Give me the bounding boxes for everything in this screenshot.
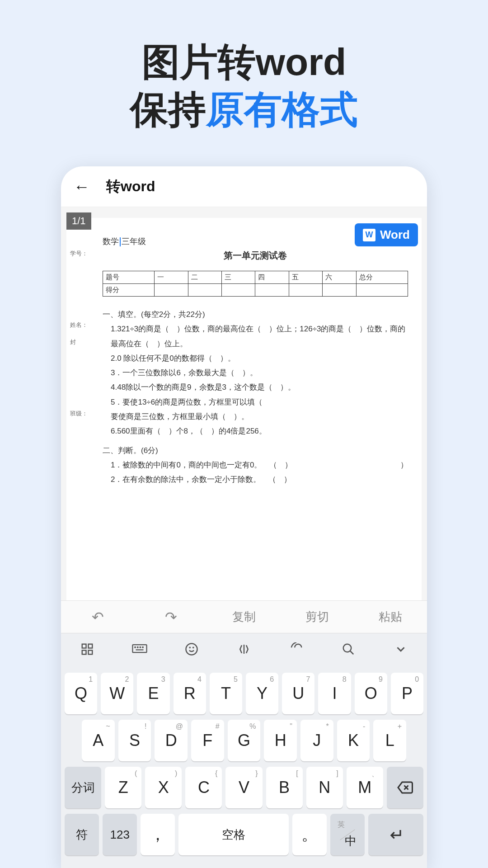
- segment-key[interactable]: 分词: [65, 767, 101, 808]
- cut-button[interactable]: 剪切: [281, 609, 354, 625]
- svg-point-12: [193, 647, 193, 648]
- language-toggle-key[interactable]: 英 中: [330, 814, 365, 855]
- svg-point-5: [135, 647, 136, 648]
- symbols-key[interactable]: 符: [65, 814, 99, 855]
- soft-keyboard: 1Q2W3E4R5T6Y7U8I9O0P ~A!S@D#F%G"H*J-K+L …: [61, 668, 427, 868]
- svg-point-7: [140, 647, 141, 648]
- space-key[interactable]: 空格: [178, 814, 289, 855]
- cursor-mode-icon[interactable]: [230, 642, 258, 660]
- svg-point-11: [190, 647, 190, 648]
- headline-line-2: 保持原有格式: [0, 86, 488, 133]
- keyboard-row-3: 分词(Z)X{C}V[B]N、M: [65, 767, 423, 808]
- key-j[interactable]: *J: [300, 720, 333, 761]
- key-d[interactable]: @D: [155, 720, 188, 761]
- exam-title: 第一单元测试卷: [103, 250, 408, 262]
- key-p[interactable]: 0P: [391, 673, 423, 714]
- voice-icon[interactable]: [283, 642, 310, 660]
- key-k[interactable]: -K: [337, 720, 370, 761]
- key-i[interactable]: 8I: [318, 673, 351, 714]
- keyboard-row-1: 1Q2W3E4R5T6Y7U8I9O0P: [65, 673, 423, 714]
- table-header-row: 题号 一 二 三 四 五 六 总分: [103, 271, 408, 284]
- svg-point-10: [186, 644, 197, 655]
- document-body: 数学三年级 第一单元测试卷 题号 一 二 三 四 五 六 总分 得: [103, 236, 408, 487]
- key-e[interactable]: 3E: [137, 673, 169, 714]
- period-key[interactable]: 。: [292, 814, 327, 855]
- phone-frame: ← 转word 1/1 W Word 学号： 姓名： 封 班级： 数学三年级 第…: [61, 166, 427, 868]
- app-bar: ← 转word: [61, 166, 427, 207]
- key-w[interactable]: 2W: [101, 673, 133, 714]
- paste-button[interactable]: 粘贴: [354, 609, 427, 625]
- edit-toolbar: ↶ ↷ 复制 剪切 粘贴: [61, 600, 427, 633]
- marketing-headline: 图片转word 保持原有格式: [0, 0, 488, 133]
- svg-rect-0: [82, 644, 86, 648]
- svg-rect-3: [88, 651, 92, 655]
- redo-button[interactable]: ↷: [134, 609, 207, 626]
- key-r[interactable]: 4R: [174, 673, 206, 714]
- search-icon[interactable]: [335, 642, 362, 660]
- key-t[interactable]: 5T: [210, 673, 242, 714]
- key-n[interactable]: ]N: [306, 767, 343, 808]
- export-word-button[interactable]: W Word: [355, 223, 418, 246]
- key-f[interactable]: #F: [191, 720, 224, 761]
- key-u[interactable]: 7U: [282, 673, 314, 714]
- svg-point-8: [142, 647, 143, 648]
- key-x[interactable]: )X: [145, 767, 182, 808]
- key-c[interactable]: {C: [185, 767, 222, 808]
- key-y[interactable]: 6Y: [246, 673, 278, 714]
- score-table: 题号 一 二 三 四 五 六 总分 得分: [103, 271, 408, 297]
- key-q[interactable]: 1Q: [65, 673, 97, 714]
- keyboard-row-2: ~A!S@D#F%G"H*J-K+L: [65, 720, 423, 761]
- svg-point-6: [137, 647, 138, 648]
- numbers-key[interactable]: 123: [103, 814, 137, 855]
- key-h[interactable]: "H: [264, 720, 297, 761]
- keyboard-toolbar: [61, 633, 427, 668]
- key-s[interactable]: !S: [118, 720, 151, 761]
- exam-side-labels: 学号： 姓名： 封 班级：: [70, 250, 96, 481]
- text-cursor: [120, 237, 121, 246]
- document-viewport[interactable]: 1/1 W Word 学号： 姓名： 封 班级： 数学三年级 第一单元测试卷: [61, 207, 427, 600]
- key-z[interactable]: (Z: [105, 767, 141, 808]
- svg-rect-2: [82, 651, 86, 655]
- section-fill: 一、填空。(每空2分，共22分) 1.321÷3的商是（ ）位数，商的最高位在（…: [103, 307, 408, 487]
- key-m[interactable]: 、M: [347, 767, 383, 808]
- key-o[interactable]: 9O: [355, 673, 387, 714]
- svg-rect-1: [88, 644, 92, 648]
- key-g[interactable]: %G: [228, 720, 261, 761]
- word-button-label: Word: [380, 228, 410, 242]
- key-b[interactable]: [B: [266, 767, 303, 808]
- grid-icon[interactable]: [74, 642, 101, 660]
- svg-rect-4: [132, 645, 146, 652]
- headline-line-1: 图片转word: [0, 38, 488, 86]
- svg-line-14: [350, 651, 354, 655]
- backspace-key[interactable]: [387, 767, 423, 808]
- page-title: 转word: [106, 177, 155, 197]
- collapse-keyboard-icon[interactable]: [387, 642, 414, 660]
- keyboard-switch-icon[interactable]: [126, 642, 153, 660]
- svg-point-13: [343, 644, 352, 652]
- key-l[interactable]: +L: [373, 720, 406, 761]
- enter-key[interactable]: [368, 814, 423, 855]
- keyboard-row-4: 符 123 ， 空格 。 英 中: [65, 814, 423, 855]
- key-v[interactable]: }V: [225, 767, 262, 808]
- word-icon: W: [363, 229, 375, 241]
- document-page[interactable]: 学号： 姓名： 封 班级： 数学三年级 第一单元测试卷 题号 一 二 三: [66, 218, 422, 600]
- key-a[interactable]: ~A: [82, 720, 115, 761]
- comma-key[interactable]: ，: [141, 814, 175, 855]
- page-indicator: 1/1: [66, 212, 91, 230]
- undo-button[interactable]: ↶: [61, 609, 134, 626]
- copy-button[interactable]: 复制: [207, 609, 281, 625]
- back-button[interactable]: ←: [74, 177, 90, 196]
- emoji-icon[interactable]: [178, 642, 205, 660]
- table-score-row: 得分: [103, 284, 408, 297]
